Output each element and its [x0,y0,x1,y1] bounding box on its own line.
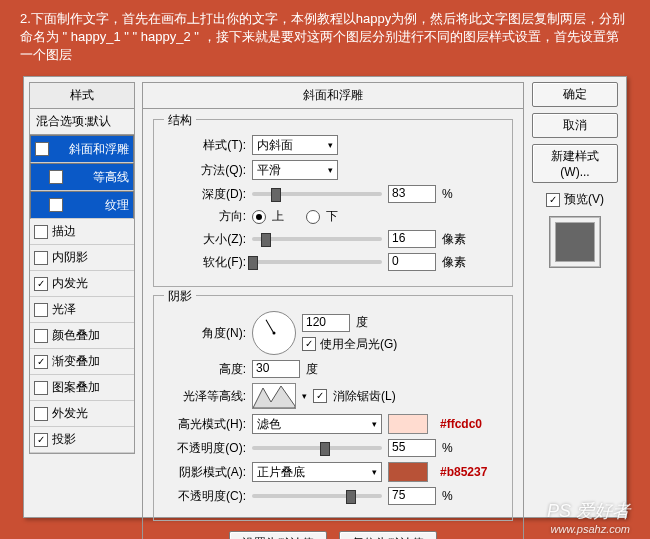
blend-options[interactable]: 混合选项:默认 [29,109,135,135]
antialias-checkbox[interactable] [313,389,327,403]
sh-hex: #b85237 [440,465,487,479]
hl-mode-label: 高光模式(H): [162,416,246,433]
gloss-label: 光泽等高线: [162,388,246,405]
style-item-label: 内发光 [52,275,88,292]
style-item-8[interactable]: 渐变叠加 [30,349,134,375]
style-item-9[interactable]: 图案叠加 [30,375,134,401]
sh-mode-select[interactable]: 正片叠底▾ [252,462,382,482]
style-item-checkbox[interactable] [34,225,48,239]
soft-input[interactable]: 0 [388,253,436,271]
global-light-label: 使用全局光(G) [320,336,397,353]
style-item-checkbox[interactable] [49,198,63,212]
layer-style-dialog: 样式 混合选项:默认 斜面和浮雕等高线纹理描边内阴影内发光光泽颜色叠加渐变叠加图… [23,76,627,518]
style-item-label: 投影 [52,431,76,448]
reset-default-button[interactable]: 复位为默认值 [339,531,437,539]
style-item-checkbox[interactable] [34,407,48,421]
ok-button[interactable]: 确定 [532,82,618,107]
style-item-label: 图案叠加 [52,379,100,396]
soft-slider[interactable] [252,260,382,264]
style-item-label: 纹理 [105,197,129,214]
style-item-checkbox[interactable] [34,381,48,395]
sh-op-label: 不透明度(C): [162,488,246,505]
angle-dial[interactable] [252,311,296,355]
style-item-checkbox[interactable] [34,251,48,265]
style-item-checkbox[interactable] [34,355,48,369]
style-item-label: 等高线 [93,169,129,186]
hl-op-input[interactable]: 55 [388,439,436,457]
style-item-2[interactable]: 纹理 [30,191,134,219]
hl-color-swatch[interactable] [388,414,428,434]
sh-op-input[interactable]: 75 [388,487,436,505]
antialias-label: 消除锯齿(L) [333,388,396,405]
size-slider[interactable] [252,237,382,241]
soft-unit: 像素 [442,254,466,271]
hl-op-label: 不透明度(O): [162,440,246,457]
sh-op-slider[interactable] [252,494,382,498]
hl-op-slider[interactable] [252,446,382,450]
size-input[interactable]: 16 [388,230,436,248]
method-label: 方法(Q): [162,162,246,179]
style-item-label: 渐变叠加 [52,353,100,370]
altitude-input[interactable]: 30 [252,360,300,378]
settings-panel: 斜面和浮雕 结构 样式(T): 内斜面▾ 方法(Q): 平滑▾ 深度(D): [142,82,524,539]
new-style-button[interactable]: 新建样式(W)... [532,144,618,183]
style-item-10[interactable]: 外发光 [30,401,134,427]
style-item-label: 内阴影 [52,249,88,266]
depth-label: 深度(D): [162,186,246,203]
style-item-checkbox[interactable] [34,303,48,317]
style-item-checkbox[interactable] [34,433,48,447]
cancel-button[interactable]: 取消 [532,113,618,138]
sh-mode-label: 阴影模式(A): [162,464,246,481]
gloss-arrow-icon[interactable]: ▾ [302,391,307,401]
structure-group: 结构 样式(T): 内斜面▾ 方法(Q): 平滑▾ 深度(D): 83 % [153,119,513,287]
hl-mode-select[interactable]: 滤色▾ [252,414,382,434]
style-item-label: 描边 [52,223,76,240]
sh-color-swatch[interactable] [388,462,428,482]
style-item-4[interactable]: 内阴影 [30,245,134,271]
direction-label: 方向: [162,208,246,225]
panel-title: 斜面和浮雕 [142,82,524,109]
instruction-text: 2.下面制作文字，首先在画布上打出你的文字，本例教程以happy为例，然后将此文… [0,0,650,72]
style-item-checkbox[interactable] [35,142,49,156]
angle-unit: 度 [356,314,368,331]
style-label: 样式(T): [162,137,246,154]
style-item-label: 斜面和浮雕 [69,141,129,158]
depth-input[interactable]: 83 [388,185,436,203]
preview-label: 预览(V) [564,191,604,208]
sh-op-unit: % [442,489,453,503]
depth-slider[interactable] [252,192,382,196]
style-item-0[interactable]: 斜面和浮雕 [30,135,134,163]
style-item-1[interactable]: 等高线 [30,163,134,191]
structure-legend: 结构 [164,112,196,129]
style-item-checkbox[interactable] [34,329,48,343]
sidebar-header: 样式 [29,82,135,109]
angle-label: 角度(N): [162,325,246,342]
style-item-11[interactable]: 投影 [30,427,134,453]
preview-thumbnail [555,222,595,262]
style-item-checkbox[interactable] [34,277,48,291]
dialog-actions: 确定 取消 新建样式(W)... 预览(V) [532,82,618,262]
method-select[interactable]: 平滑▾ [252,160,338,180]
preview-checkbox[interactable] [546,193,560,207]
style-item-6[interactable]: 光泽 [30,297,134,323]
hl-op-unit: % [442,441,453,455]
angle-input[interactable]: 120 [302,314,350,332]
style-item-label: 光泽 [52,301,76,318]
depth-unit: % [442,187,453,201]
soft-label: 软化(F): [162,254,246,271]
styles-sidebar: 样式 混合选项:默认 斜面和浮雕等高线纹理描边内阴影内发光光泽颜色叠加渐变叠加图… [29,82,135,454]
dir-up-radio[interactable] [252,210,266,224]
style-item-3[interactable]: 描边 [30,219,134,245]
style-item-checkbox[interactable] [49,170,63,184]
make-default-button[interactable]: 设置为默认值 [229,531,327,539]
style-item-label: 颜色叠加 [52,327,100,344]
style-select[interactable]: 内斜面▾ [252,135,338,155]
gloss-contour[interactable] [252,383,296,409]
style-item-7[interactable]: 颜色叠加 [30,323,134,349]
size-unit: 像素 [442,231,466,248]
dir-down-radio[interactable] [306,210,320,224]
style-item-5[interactable]: 内发光 [30,271,134,297]
hl-hex: #ffcdc0 [440,417,482,431]
global-light-checkbox[interactable] [302,337,316,351]
altitude-label: 高度: [162,361,246,378]
